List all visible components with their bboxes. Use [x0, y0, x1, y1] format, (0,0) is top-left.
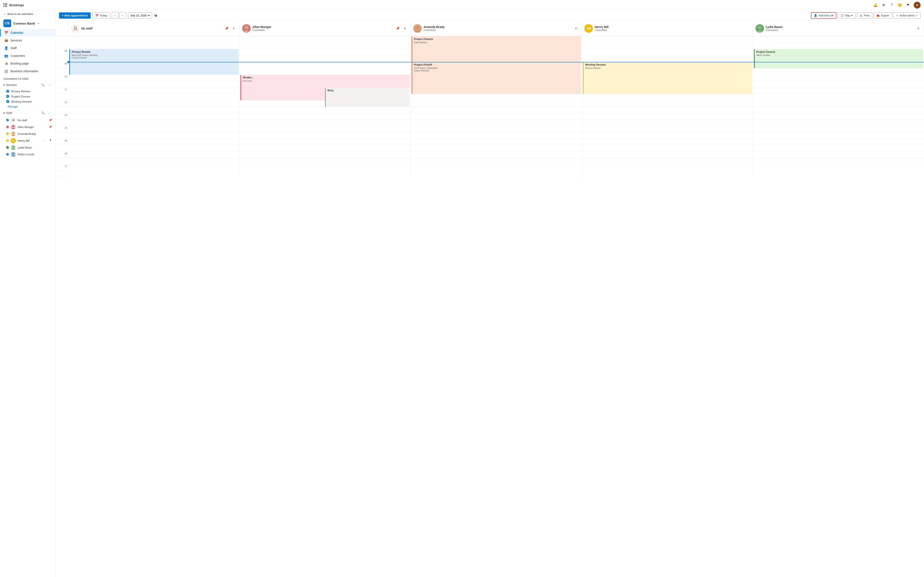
nav-item-calendar[interactable]: 📅 Calendar	[0, 29, 55, 37]
calendar-today-icon: 📅	[95, 14, 99, 17]
manage-link[interactable]: Manage	[2, 104, 54, 109]
close-lydia-header-icon[interactable]: ✕	[915, 26, 921, 31]
nav-item-staff[interactable]: 👤 Staff	[0, 44, 55, 52]
services-filter-header[interactable]: ▾ Services 🔍 ···	[2, 81, 54, 89]
check-circle-robin-icon	[6, 153, 9, 156]
filter-item-privacy-review[interactable]: Privacy Review	[2, 89, 54, 94]
new-appointment-button[interactable]: + New appointment	[59, 12, 91, 19]
toolbar: + New appointment 📅 Today ‹ › July 15, 2…	[56, 10, 924, 21]
staff-search-icon[interactable]: 🔍	[40, 110, 45, 115]
check-circle-project-closure-icon	[6, 95, 10, 98]
print-button[interactable]: 🖨 Print	[857, 12, 872, 19]
time-15-half	[56, 145, 68, 152]
event-working-session-henry[interactable]: Working Session Reyna Holman	[583, 62, 752, 94]
time-12-half	[56, 107, 68, 113]
event-working-session-allan-title: Workin...	[243, 76, 408, 79]
time-13-half	[56, 120, 68, 126]
weather-icon: 🌤	[154, 13, 157, 17]
staff-header-row: No staff 📌 ✕	[56, 21, 924, 36]
nav-item-business-info[interactable]: 🏢 Business information	[0, 67, 55, 75]
staff-filter-header[interactable]: ▾ Staff 🔍 ···	[2, 109, 54, 117]
staff-item-no-staff[interactable]: No staff 📌	[2, 117, 54, 124]
content-area: + New appointment 📅 Today ‹ › July 15, 2…	[56, 10, 924, 577]
action-items-button[interactable]: ✓ Action items ✓	[893, 12, 921, 19]
app-title: Bookings	[10, 3, 24, 7]
notification-icon[interactable]: 🔔	[873, 3, 878, 8]
help-icon[interactable]: ?	[889, 3, 894, 8]
close-allan-header-icon[interactable]: ✕	[402, 26, 408, 31]
staff-item-allan-munger[interactable]: Allan Munger 📌	[2, 124, 54, 131]
staff-more-icon[interactable]: ···	[47, 110, 52, 115]
event-privacy-review-title: Privacy Review	[72, 50, 237, 53]
services-filter-actions: 🔍 ···	[40, 82, 52, 87]
next-arrow-button[interactable]: ›	[120, 12, 126, 19]
time-10-half	[56, 81, 68, 88]
org-header[interactable]: CB Contoso Bank ▾	[0, 18, 55, 29]
close-no-staff-header-icon[interactable]: ✕	[231, 26, 237, 31]
calendar-inner: 08 09 10 11 12 13 14 15	[56, 36, 924, 177]
event-privacy-review-sub1: Microsoft Teams Meeting	[72, 54, 237, 56]
close-amanda-header-icon[interactable]: ✕	[573, 26, 579, 31]
lydia-avatar	[11, 145, 16, 150]
filter-item-working-session[interactable]: Working Session	[2, 99, 54, 104]
staff-item-robin-counts[interactable]: Robin Counts	[2, 151, 54, 158]
svg-point-4	[13, 119, 14, 120]
event-project-kickoff-sub1: Conf Room Yelahanka	[414, 67, 579, 69]
amanda-avatar	[11, 131, 16, 136]
org-name: Contoso Bank	[13, 22, 35, 25]
staff-headers-row: No staff 📌 ✕	[68, 21, 924, 36]
nav-item-services[interactable]: 📦 Services	[0, 37, 55, 44]
staff-header-allan: Allan Munger Consultant 📌 ✕	[239, 21, 411, 36]
calendar-scroll-body: 08 09 10 11 12 13 14 15	[56, 36, 924, 577]
services-filter-section: ▾ Services 🔍 ··· Privacy Review Project …	[0, 81, 55, 109]
today-button[interactable]: 📅 Today	[92, 12, 110, 19]
back-to-calendars[interactable]: ← Back to all calendars	[0, 10, 55, 18]
nav-item-booking-page[interactable]: 🖥 Booking page	[0, 60, 55, 67]
booking-page-nav-icon: 🖥	[4, 61, 8, 66]
chevron-down-staff-icon: ▾	[3, 111, 5, 114]
settings-icon[interactable]: ⚙	[881, 3, 886, 8]
allan-header-info: Allan Munger Consultant	[252, 25, 393, 32]
amanda-header-actions: ✕	[573, 26, 579, 31]
pin-no-staff-header-icon[interactable]: 📌	[223, 26, 229, 31]
user-avatar[interactable]: U	[914, 2, 921, 8]
add-time-off-button[interactable]: 👤 Add time off	[811, 12, 836, 19]
services-more-icon[interactable]: ···	[47, 82, 52, 87]
services-search-icon[interactable]: 🔍	[40, 82, 45, 87]
date-picker-button[interactable]: July 15, 2020 ▾	[128, 12, 152, 19]
day-view-button[interactable]: 📋 Day ▾	[838, 12, 856, 19]
event-busy-allan[interactable]: Busy	[325, 88, 410, 107]
flag-icon[interactable]: ⚑	[906, 3, 910, 8]
event-project-kickoff-amanda[interactable]: Project Kickoff Conf Room Yelahanka Care…	[412, 62, 581, 94]
staff-header-lydia-inner: Lydia Bauer Consultant ✕	[753, 21, 924, 36]
event-working-session-henry-title: Working Session	[585, 63, 750, 66]
pin-allan-header-icon[interactable]: 📌	[395, 26, 401, 31]
henry-more-icon[interactable]: ···	[43, 139, 47, 143]
time-14-half	[56, 132, 68, 139]
export-button[interactable]: 📤 Export	[874, 12, 892, 19]
calendar-area: No staff 📌 ✕	[56, 21, 924, 577]
staff-item-henry-bill[interactable]: HB Henry Bill ··· 📍	[2, 137, 54, 144]
svg-point-11	[12, 146, 15, 148]
filter-item-project-closure[interactable]: Project Closure	[2, 94, 54, 99]
current-time-line-lydia	[753, 62, 924, 63]
staff-item-lydia-bauer[interactable]: Lydia Bauer	[2, 144, 54, 151]
day-icon: 📋	[840, 14, 844, 17]
check-circle-no-staff-icon	[6, 119, 9, 122]
top-bar-left: Bookings	[3, 3, 24, 7]
time-11: 11	[56, 88, 68, 94]
emoji-icon[interactable]: 🙂	[898, 3, 902, 8]
nav-item-customers[interactable]: 👥 Customers	[0, 52, 55, 60]
time-off-icon: 👤	[814, 14, 817, 17]
allan-header-actions: 📌 ✕	[395, 26, 408, 31]
apps-grid-icon[interactable]	[3, 3, 7, 7]
time-11-half	[56, 94, 68, 100]
henry-header-role: Consultant	[594, 29, 750, 32]
staff-item-amanda-brady[interactable]: Amanda Brady	[2, 131, 54, 137]
prev-arrow-button[interactable]: ‹	[111, 12, 118, 19]
time-08-half	[56, 56, 68, 62]
event-project-closure-amanda[interactable]: Project Closure Katri Ahokas	[412, 36, 581, 62]
staff-header-amanda-inner: Amanda Brady Consultant ✕	[411, 21, 582, 36]
event-project-closure-lydia[interactable]: Project Closure Albert Dudley	[754, 49, 923, 68]
staff-header-no-staff-inner: No staff 📌 ✕	[68, 21, 239, 36]
